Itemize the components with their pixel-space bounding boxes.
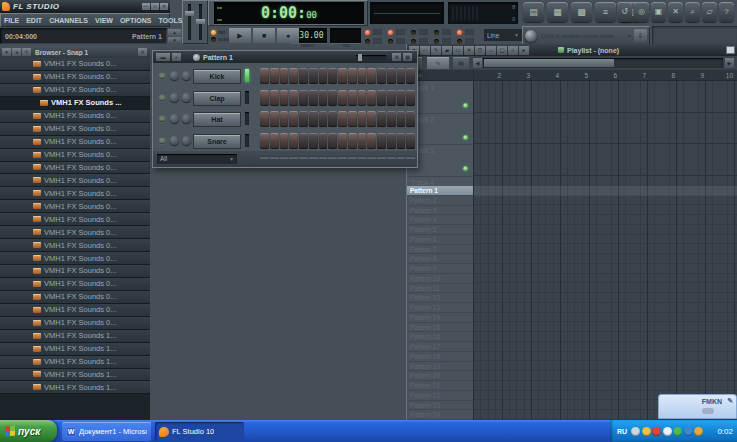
volume-knob[interactable] [182,71,191,80]
step-cell[interactable] [358,111,367,127]
transport-toggle-2[interactable] [388,29,408,36]
step-cell[interactable] [280,90,289,106]
playlist-maximize-button[interactable] [726,46,735,54]
stop-button[interactable]: ■ [253,28,275,43]
browser-item[interactable]: VMH1 FX Sounds 1... [0,356,150,369]
browser-close-button[interactable]: ✕ [138,48,147,56]
maximize-button[interactable]: □ [151,3,159,10]
step-cell[interactable] [260,90,269,106]
tray-messenger-icon[interactable] [631,427,640,436]
step-cell[interactable] [270,68,279,84]
step-cell[interactable] [338,68,347,84]
channel-filter-select[interactable]: All▼ [157,154,237,164]
zoom-tool-button[interactable]: ⌕ [508,46,518,55]
rack-detach-button[interactable]: ▬ [156,53,170,61]
news-text[interactable]: Click to enable online news [541,33,625,39]
browser-item[interactable]: VMH1 FX Sounds 0... [0,162,150,175]
transport-toggle-4[interactable] [434,29,454,36]
step-cell[interactable] [406,133,415,149]
step-cell[interactable] [358,90,367,106]
step-cell[interactable] [348,90,357,106]
pattern-list-item[interactable]: Pattern 1 [407,186,473,196]
pattern-list-item[interactable]: Pattern 15 [407,323,473,333]
graph-editor-button[interactable]: ≣ [392,53,401,61]
master-pitch-slider[interactable] [199,4,202,40]
browser-collapse-button[interactable]: ▾ [2,48,11,56]
scroll-left-button[interactable]: ◀ [473,58,482,68]
step-cell[interactable] [260,133,269,149]
browser-item[interactable]: VMH1 FX Sounds 0... [0,317,150,330]
mute-tool-button[interactable]: ∅ [475,46,485,55]
step-cell[interactable] [309,90,318,106]
menu-view[interactable]: VIEW [95,17,113,24]
transport-toggle-7[interactable] [388,38,408,45]
browser-item[interactable]: VMH1 FX Sounds 0... [0,239,150,252]
project-notes-button[interactable]: ▱ [702,2,717,22]
step-cell[interactable] [377,68,386,84]
help-button[interactable]: ? [719,2,734,22]
step-cell[interactable] [309,133,318,149]
snap-selector[interactable]: Line ▼ [484,29,522,41]
playback-tool-button[interactable]: ▸ [519,46,529,55]
pat-mode-led[interactable] [211,30,216,35]
song-mode-led[interactable] [211,37,216,42]
track-led[interactable] [463,135,468,140]
pattern-list-item[interactable]: Pattern 24 [407,410,473,420]
transport-toggle-5[interactable] [457,29,477,36]
browser-item[interactable]: VMH1 FX Sounds 1... [0,369,150,382]
pattern-list-item[interactable]: Pattern 3 [407,206,473,216]
pattern-list-item[interactable]: Pattern 20 [407,371,473,381]
chevron-down-icon[interactable]: ▼ [627,33,632,39]
step-cell[interactable] [309,111,318,127]
step-cell[interactable] [397,133,406,149]
draw-tool-button[interactable]: ✎ [431,46,441,55]
step-sequencer-window-button[interactable]: ▦ [547,2,568,22]
delete-tool-button[interactable]: ▭ [453,46,463,55]
pattern-list-item[interactable]: Pattern 13 [407,303,473,313]
step-cell[interactable] [280,133,289,149]
step-cell[interactable] [367,111,376,127]
step-cell[interactable] [280,68,289,84]
news-download-button[interactable]: ⇩ [634,29,647,42]
timeline-header[interactable]: Time 2345678910 [407,70,737,81]
pan-knob[interactable] [170,136,179,145]
step-cell[interactable] [299,133,308,149]
step-cell[interactable] [406,111,415,127]
pattern-list-item[interactable]: Pattern 5 [407,225,473,235]
step-cell[interactable] [299,90,308,106]
playlist-titlebar[interactable]: ▾∩✎▰▭✕∅↔▢⌕▸ Playlist - (none) [407,44,737,56]
record-button[interactable]: ● [277,28,299,43]
language-bar-handle[interactable] [702,408,714,414]
step-cell[interactable] [328,111,337,127]
channel-button[interactable]: Hat [193,112,241,127]
step-cell[interactable] [328,90,337,106]
menu-channels[interactable]: CHANNELS [49,17,88,24]
browser-item[interactable]: VMH1 FX Sounds 0... [0,84,150,97]
step-cell[interactable] [377,111,386,127]
pattern-list-item[interactable]: Pattern 4 [407,215,473,225]
step-cell[interactable] [289,111,298,127]
tray-security-icon[interactable] [652,427,661,436]
browser-up-button[interactable]: ↰ [22,48,31,56]
pan-knob[interactable] [170,93,179,102]
playlist-grid[interactable] [474,81,737,420]
browser-item[interactable]: VMH1 FX Sounds 0... [0,213,150,226]
play-button[interactable]: ▶ [229,28,251,43]
save-button[interactable]: ▣ [651,2,666,22]
browser-item[interactable]: VMH1 FX Sounds 0... [0,174,150,187]
step-cell[interactable] [299,111,308,127]
step-cell[interactable] [348,111,357,127]
step-cell[interactable] [319,133,328,149]
close-button[interactable]: ✕ [160,3,168,10]
browser-item[interactable]: VMH1 FX Sounds 0... [0,71,150,84]
pattern-list-item[interactable]: Pattern 23 [407,401,473,411]
tray-chat-icon[interactable] [663,427,672,436]
tray-network-icon[interactable] [673,427,682,436]
select-tool-button[interactable]: ▢ [497,46,507,55]
language-indicator[interactable]: RU [617,428,627,435]
mute-led[interactable] [159,138,165,144]
track-led[interactable] [463,166,468,171]
step-cell[interactable] [270,90,279,106]
step-cell[interactable] [270,133,279,149]
browser-item[interactable]: VMH1 FX Sounds 0... [0,187,150,200]
